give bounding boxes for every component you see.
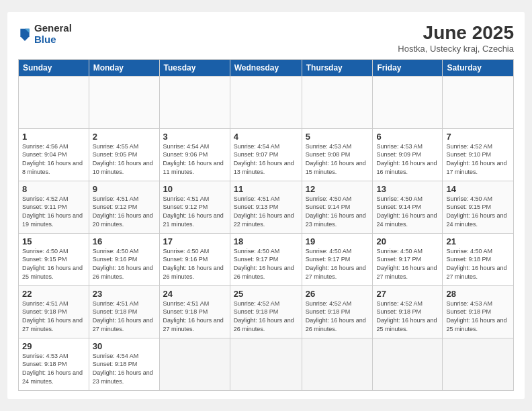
daylight-text: Daylight: 16 hours and 17 minutes. xyxy=(446,159,510,176)
sunset-text: Sunset: 9:15 PM xyxy=(22,255,85,264)
sunrise-text: Sunrise: 4:51 AM xyxy=(22,300,85,308)
day-number: 8 xyxy=(22,184,85,194)
daylight-text: Daylight: 16 hours and 25 minutes. xyxy=(22,264,85,281)
day-number: 3 xyxy=(163,132,226,142)
calendar-cell xyxy=(302,338,373,390)
week-row-1: 1 Sunrise: 4:56 AM Sunset: 9:04 PM Dayli… xyxy=(19,128,514,181)
sunset-text: Sunset: 9:15 PM xyxy=(446,203,510,212)
sunrise-text: Sunrise: 4:56 AM xyxy=(22,142,85,151)
calendar-cell: 24 Sunrise: 4:51 AM Sunset: 9:18 PM Dayl… xyxy=(159,285,230,338)
week-row-4: 22 Sunrise: 4:51 AM Sunset: 9:18 PM Dayl… xyxy=(19,285,514,338)
daylight-text: Daylight: 16 hours and 26 minutes. xyxy=(163,264,226,281)
calendar-cell: 29 Sunrise: 4:53 AM Sunset: 9:18 PM Dayl… xyxy=(19,338,89,390)
day-number: 22 xyxy=(22,289,85,299)
calendar-cell: 6 Sunrise: 4:53 AM Sunset: 9:09 PM Dayli… xyxy=(373,128,443,181)
day-number: 1 xyxy=(22,132,85,142)
sunset-text: Sunset: 9:04 PM xyxy=(22,150,85,159)
calendar-cell: 22 Sunrise: 4:51 AM Sunset: 9:18 PM Dayl… xyxy=(19,285,89,338)
day-info: Sunrise: 4:56 AM Sunset: 9:04 PM Dayligh… xyxy=(22,142,85,176)
daylight-text: Daylight: 16 hours and 24 minutes. xyxy=(22,369,85,385)
day-number: 17 xyxy=(163,236,226,246)
day-number: 25 xyxy=(234,289,298,299)
calendar-container: General Blue June 2025 Hostka, Ustecky k… xyxy=(7,12,525,399)
daylight-text: Daylight: 16 hours and 27 minutes. xyxy=(376,264,439,281)
generalblue-logo-icon xyxy=(18,26,32,42)
daylight-text: Daylight: 16 hours and 24 minutes. xyxy=(376,212,439,228)
sunset-text: Sunset: 9:11 PM xyxy=(22,203,85,212)
logo-blue-text: Blue xyxy=(34,34,72,46)
day-number: 2 xyxy=(93,132,156,142)
day-number: 15 xyxy=(22,236,85,246)
sunrise-text: Sunrise: 4:53 AM xyxy=(306,142,369,151)
day-info: Sunrise: 4:50 AM Sunset: 9:17 PM Dayligh… xyxy=(306,247,369,281)
weekday-header-sunday: Sunday xyxy=(19,59,89,76)
day-info: Sunrise: 4:54 AM Sunset: 9:07 PM Dayligh… xyxy=(234,142,298,176)
calendar-cell xyxy=(19,76,89,128)
sunset-text: Sunset: 9:05 PM xyxy=(93,150,156,159)
sunset-text: Sunset: 9:16 PM xyxy=(163,255,226,264)
calendar-cell: 26 Sunrise: 4:52 AM Sunset: 9:18 PM Dayl… xyxy=(302,285,373,338)
day-info: Sunrise: 4:55 AM Sunset: 9:05 PM Dayligh… xyxy=(93,142,156,176)
calendar-cell: 16 Sunrise: 4:50 AM Sunset: 9:16 PM Dayl… xyxy=(89,233,159,285)
daylight-text: Daylight: 16 hours and 26 minutes. xyxy=(234,316,298,333)
daylight-text: Daylight: 16 hours and 26 minutes. xyxy=(306,316,369,333)
sunset-text: Sunset: 9:14 PM xyxy=(306,203,369,212)
weekday-header-saturday: Saturday xyxy=(443,59,514,76)
day-number: 28 xyxy=(446,289,510,299)
day-number: 27 xyxy=(376,289,439,299)
calendar-cell: 7 Sunrise: 4:52 AM Sunset: 9:10 PM Dayli… xyxy=(443,128,514,181)
calendar-cell xyxy=(443,76,514,128)
sunset-text: Sunset: 9:06 PM xyxy=(163,150,226,159)
sunset-text: Sunset: 9:18 PM xyxy=(93,308,156,316)
sunset-text: Sunset: 9:18 PM xyxy=(376,308,439,316)
sunrise-text: Sunrise: 4:51 AM xyxy=(93,195,156,203)
daylight-text: Daylight: 16 hours and 10 minutes. xyxy=(93,159,156,176)
logo: General Blue xyxy=(18,23,72,45)
calendar-cell: 27 Sunrise: 4:52 AM Sunset: 9:18 PM Dayl… xyxy=(373,285,443,338)
sunrise-text: Sunrise: 4:50 AM xyxy=(446,195,510,203)
day-number: 12 xyxy=(306,184,369,194)
day-number: 21 xyxy=(446,236,510,246)
weekday-header-wednesday: Wednesday xyxy=(230,59,302,76)
sunset-text: Sunset: 9:10 PM xyxy=(446,150,510,159)
day-info: Sunrise: 4:50 AM Sunset: 9:18 PM Dayligh… xyxy=(446,247,510,281)
day-number: 20 xyxy=(376,236,439,246)
day-number: 26 xyxy=(306,289,369,299)
day-info: Sunrise: 4:52 AM Sunset: 9:18 PM Dayligh… xyxy=(306,300,369,333)
sunrise-text: Sunrise: 4:52 AM xyxy=(306,300,369,308)
calendar-cell: 10 Sunrise: 4:51 AM Sunset: 9:12 PM Dayl… xyxy=(159,181,230,233)
day-info: Sunrise: 4:50 AM Sunset: 9:16 PM Dayligh… xyxy=(163,247,226,281)
day-number: 16 xyxy=(93,236,156,246)
calendar-cell: 18 Sunrise: 4:50 AM Sunset: 9:17 PM Dayl… xyxy=(230,233,302,285)
calendar-cell: 21 Sunrise: 4:50 AM Sunset: 9:18 PM Dayl… xyxy=(443,233,514,285)
day-number: 30 xyxy=(93,341,156,351)
day-number: 23 xyxy=(93,289,156,299)
day-number: 29 xyxy=(22,341,85,351)
calendar-cell xyxy=(89,76,159,128)
sunrise-text: Sunrise: 4:52 AM xyxy=(234,300,298,308)
sunset-text: Sunset: 9:18 PM xyxy=(163,308,226,316)
week-row-3: 15 Sunrise: 4:50 AM Sunset: 9:15 PM Dayl… xyxy=(19,233,514,285)
sunset-text: Sunset: 9:18 PM xyxy=(93,360,156,369)
daylight-text: Daylight: 16 hours and 27 minutes. xyxy=(163,316,226,333)
calendar-cell: 5 Sunrise: 4:53 AM Sunset: 9:08 PM Dayli… xyxy=(302,128,373,181)
sunset-text: Sunset: 9:18 PM xyxy=(306,308,369,316)
day-info: Sunrise: 4:51 AM Sunset: 9:12 PM Dayligh… xyxy=(93,195,156,228)
day-info: Sunrise: 4:51 AM Sunset: 9:18 PM Dayligh… xyxy=(93,300,156,333)
calendar-cell xyxy=(373,76,443,128)
day-info: Sunrise: 4:50 AM Sunset: 9:17 PM Dayligh… xyxy=(234,247,298,281)
day-info: Sunrise: 4:51 AM Sunset: 9:18 PM Dayligh… xyxy=(163,300,226,333)
sunset-text: Sunset: 9:17 PM xyxy=(234,255,298,264)
weekday-header-monday: Monday xyxy=(89,59,159,76)
daylight-text: Daylight: 16 hours and 15 minutes. xyxy=(306,159,369,176)
day-info: Sunrise: 4:53 AM Sunset: 9:09 PM Dayligh… xyxy=(376,142,439,176)
calendar-cell: 15 Sunrise: 4:50 AM Sunset: 9:15 PM Dayl… xyxy=(19,233,89,285)
day-info: Sunrise: 4:50 AM Sunset: 9:16 PM Dayligh… xyxy=(93,247,156,281)
sunrise-text: Sunrise: 4:54 AM xyxy=(163,142,226,151)
sunset-text: Sunset: 9:08 PM xyxy=(306,150,369,159)
daylight-text: Daylight: 16 hours and 11 minutes. xyxy=(163,159,226,176)
daylight-text: Daylight: 16 hours and 23 minutes. xyxy=(306,212,369,228)
day-info: Sunrise: 4:50 AM Sunset: 9:17 PM Dayligh… xyxy=(376,247,439,281)
sunrise-text: Sunrise: 4:51 AM xyxy=(93,300,156,308)
weekday-header-tuesday: Tuesday xyxy=(159,59,230,76)
